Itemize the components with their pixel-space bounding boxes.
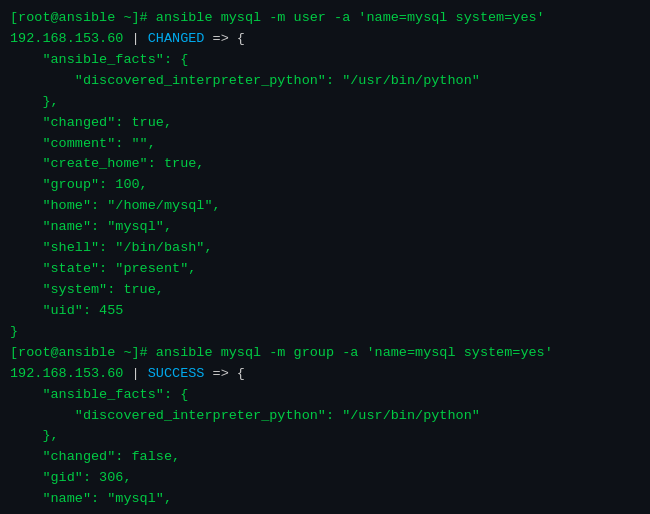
terminal-line: [root@ansible ~]# ansible mysql -m user … (10, 8, 640, 29)
terminal-line: } (10, 322, 640, 343)
terminal-line: "ansible_facts": { (10, 50, 640, 71)
terminal-line: "changed": false, (10, 447, 640, 468)
terminal-line: "comment": "", (10, 134, 640, 155)
terminal-line: "shell": "/bin/bash", (10, 238, 640, 259)
terminal-line: "discovered_interpreter_python": "/usr/b… (10, 71, 640, 92)
terminal-line: "changed": true, (10, 113, 640, 134)
terminal-line: "discovered_interpreter_python": "/usr/b… (10, 406, 640, 427)
terminal-line: 192.168.153.60 | CHANGED => { (10, 29, 640, 50)
terminal-line: "system": true, (10, 280, 640, 301)
terminal-line: "gid": 306, (10, 468, 640, 489)
terminal-line: }, (10, 426, 640, 447)
terminal-line: "name": "mysql", (10, 489, 640, 510)
terminal-line: "group": 100, (10, 175, 640, 196)
terminal-line: "state": "present", (10, 259, 640, 280)
terminal-line: "uid": 455 (10, 301, 640, 322)
terminal-line: "ansible_facts": { (10, 385, 640, 406)
terminal-line: "name": "mysql", (10, 217, 640, 238)
terminal-line: "state": "present", (10, 510, 640, 514)
terminal-line: "create_home": true, (10, 154, 640, 175)
terminal-line: }, (10, 92, 640, 113)
terminal-line: 192.168.153.60 | SUCCESS => { (10, 364, 640, 385)
terminal-line: [root@ansible ~]# ansible mysql -m group… (10, 343, 640, 364)
terminal-line: "home": "/home/mysql", (10, 196, 640, 217)
terminal: [root@ansible ~]# ansible mysql -m user … (10, 8, 640, 506)
